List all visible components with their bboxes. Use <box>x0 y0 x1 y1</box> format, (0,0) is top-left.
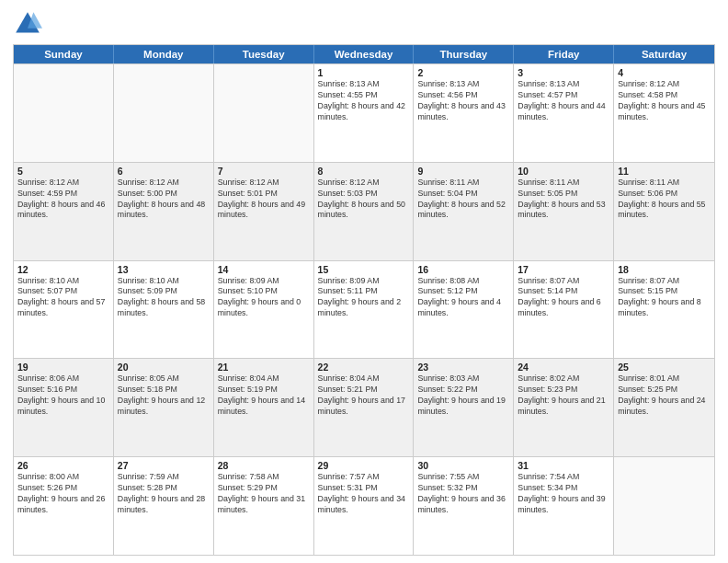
empty-cell <box>14 64 114 162</box>
calendar-day-cell: 23Sunrise: 8:03 AM Sunset: 5:22 PM Dayli… <box>414 359 514 456</box>
calendar-day-cell: 2Sunrise: 8:13 AM Sunset: 4:56 PM Daylig… <box>414 64 514 162</box>
day-info: Sunrise: 8:09 AM Sunset: 5:10 PM Dayligh… <box>218 276 310 320</box>
calendar-day-cell: 29Sunrise: 7:57 AM Sunset: 5:31 PM Dayli… <box>314 457 415 555</box>
day-number: 29 <box>318 460 410 471</box>
calendar-row: 5Sunrise: 8:12 AM Sunset: 4:59 PM Daylig… <box>14 162 714 260</box>
calendar-day-cell: 30Sunrise: 7:55 AM Sunset: 5:32 PM Dayli… <box>414 457 514 555</box>
day-number: 12 <box>17 264 109 275</box>
day-info: Sunrise: 8:06 AM Sunset: 5:16 PM Dayligh… <box>17 373 109 418</box>
weekday-header: Saturday <box>614 45 714 63</box>
day-info: Sunrise: 8:12 AM Sunset: 5:01 PM Dayligh… <box>218 178 310 222</box>
calendar-day-cell: 11Sunrise: 8:11 AM Sunset: 5:06 PM Dayli… <box>614 163 714 260</box>
calendar: SundayMondayTuesdayWednesdayThursdayFrid… <box>13 44 715 556</box>
day-info: Sunrise: 8:12 AM Sunset: 4:59 PM Dayligh… <box>17 178 109 222</box>
day-info: Sunrise: 8:11 AM Sunset: 5:06 PM Dayligh… <box>618 178 711 222</box>
calendar-day-cell: 9Sunrise: 8:11 AM Sunset: 5:04 PM Daylig… <box>414 163 514 260</box>
day-number: 25 <box>618 362 711 373</box>
logo-icon <box>13 9 42 39</box>
calendar-day-cell: 21Sunrise: 8:04 AM Sunset: 5:19 PM Dayli… <box>214 359 314 456</box>
calendar-day-cell: 12Sunrise: 8:10 AM Sunset: 5:07 PM Dayli… <box>14 261 114 359</box>
calendar-row: 19Sunrise: 8:06 AM Sunset: 5:16 PM Dayli… <box>14 358 714 456</box>
calendar-day-cell: 7Sunrise: 8:12 AM Sunset: 5:01 PM Daylig… <box>214 163 314 260</box>
day-info: Sunrise: 8:07 AM Sunset: 5:14 PM Dayligh… <box>518 276 609 320</box>
day-number: 4 <box>618 67 711 78</box>
day-info: Sunrise: 8:13 AM Sunset: 4:56 PM Dayligh… <box>417 79 509 123</box>
calendar-row: 1Sunrise: 8:13 AM Sunset: 4:55 PM Daylig… <box>14 63 714 162</box>
day-number: 20 <box>118 362 210 373</box>
day-number: 16 <box>417 264 509 275</box>
day-number: 10 <box>518 166 609 177</box>
day-number: 13 <box>118 264 210 275</box>
day-number: 26 <box>17 460 109 471</box>
day-info: Sunrise: 8:03 AM Sunset: 5:22 PM Dayligh… <box>417 373 509 418</box>
weekday-header: Sunday <box>14 45 114 63</box>
calendar-day-cell: 16Sunrise: 8:08 AM Sunset: 5:12 PM Dayli… <box>414 261 514 359</box>
day-number: 27 <box>118 460 210 471</box>
day-number: 28 <box>218 460 310 471</box>
empty-cell <box>614 457 714 555</box>
day-info: Sunrise: 8:05 AM Sunset: 5:18 PM Dayligh… <box>118 373 210 418</box>
calendar-day-cell: 18Sunrise: 8:07 AM Sunset: 5:15 PM Dayli… <box>614 261 714 359</box>
day-info: Sunrise: 7:55 AM Sunset: 5:32 PM Dayligh… <box>417 472 509 516</box>
day-info: Sunrise: 8:09 AM Sunset: 5:11 PM Dayligh… <box>318 276 410 320</box>
day-info: Sunrise: 8:02 AM Sunset: 5:23 PM Dayligh… <box>518 373 609 418</box>
day-info: Sunrise: 8:04 AM Sunset: 5:21 PM Dayligh… <box>318 373 410 418</box>
day-number: 18 <box>618 264 711 275</box>
day-info: Sunrise: 7:58 AM Sunset: 5:29 PM Dayligh… <box>218 472 310 516</box>
weekday-header: Monday <box>114 45 214 63</box>
calendar-day-cell: 27Sunrise: 7:59 AM Sunset: 5:28 PM Dayli… <box>114 457 214 555</box>
logo <box>13 9 46 39</box>
day-info: Sunrise: 7:57 AM Sunset: 5:31 PM Dayligh… <box>318 472 410 516</box>
calendar-day-cell: 6Sunrise: 8:12 AM Sunset: 5:00 PM Daylig… <box>114 163 214 260</box>
day-info: Sunrise: 8:04 AM Sunset: 5:19 PM Dayligh… <box>218 373 310 418</box>
header <box>13 9 715 39</box>
calendar-day-cell: 22Sunrise: 8:04 AM Sunset: 5:21 PM Dayli… <box>314 359 415 456</box>
day-number: 1 <box>318 67 410 78</box>
day-number: 17 <box>518 264 609 275</box>
calendar-body: 1Sunrise: 8:13 AM Sunset: 4:55 PM Daylig… <box>14 63 714 555</box>
calendar-row: 12Sunrise: 8:10 AM Sunset: 5:07 PM Dayli… <box>14 260 714 359</box>
day-number: 2 <box>417 67 509 78</box>
day-info: Sunrise: 8:12 AM Sunset: 4:58 PM Dayligh… <box>618 79 711 123</box>
calendar-day-cell: 28Sunrise: 7:58 AM Sunset: 5:29 PM Dayli… <box>214 457 314 555</box>
day-number: 23 <box>417 362 509 373</box>
calendar-day-cell: 31Sunrise: 7:54 AM Sunset: 5:34 PM Dayli… <box>514 457 614 555</box>
weekday-header: Friday <box>514 45 614 63</box>
day-number: 22 <box>318 362 410 373</box>
empty-cell <box>114 64 214 162</box>
calendar-day-cell: 14Sunrise: 8:09 AM Sunset: 5:10 PM Dayli… <box>214 261 314 359</box>
page: SundayMondayTuesdayWednesdayThursdayFrid… <box>0 0 728 563</box>
calendar-day-cell: 8Sunrise: 8:12 AM Sunset: 5:03 PM Daylig… <box>314 163 415 260</box>
day-number: 9 <box>417 166 509 177</box>
day-info: Sunrise: 8:01 AM Sunset: 5:25 PM Dayligh… <box>618 373 711 418</box>
day-info: Sunrise: 8:12 AM Sunset: 5:03 PM Dayligh… <box>318 178 410 222</box>
calendar-day-cell: 5Sunrise: 8:12 AM Sunset: 4:59 PM Daylig… <box>14 163 114 260</box>
calendar-day-cell: 3Sunrise: 8:13 AM Sunset: 4:57 PM Daylig… <box>514 64 614 162</box>
day-number: 14 <box>218 264 310 275</box>
calendar-day-cell: 1Sunrise: 8:13 AM Sunset: 4:55 PM Daylig… <box>314 64 415 162</box>
day-number: 8 <box>318 166 410 177</box>
weekday-header: Wednesday <box>314 45 415 63</box>
day-info: Sunrise: 8:10 AM Sunset: 5:09 PM Dayligh… <box>118 276 210 320</box>
day-number: 7 <box>218 166 310 177</box>
calendar-day-cell: 19Sunrise: 8:06 AM Sunset: 5:16 PM Dayli… <box>14 359 114 456</box>
day-number: 11 <box>618 166 711 177</box>
day-info: Sunrise: 8:13 AM Sunset: 4:55 PM Dayligh… <box>318 79 410 123</box>
weekday-header: Thursday <box>414 45 514 63</box>
day-info: Sunrise: 8:07 AM Sunset: 5:15 PM Dayligh… <box>618 276 711 320</box>
day-number: 24 <box>518 362 609 373</box>
day-info: Sunrise: 8:12 AM Sunset: 5:00 PM Dayligh… <box>118 178 210 222</box>
calendar-day-cell: 24Sunrise: 8:02 AM Sunset: 5:23 PM Dayli… <box>514 359 614 456</box>
day-number: 30 <box>417 460 509 471</box>
calendar-header: SundayMondayTuesdayWednesdayThursdayFrid… <box>14 45 714 63</box>
day-number: 15 <box>318 264 410 275</box>
empty-cell <box>214 64 314 162</box>
day-info: Sunrise: 8:10 AM Sunset: 5:07 PM Dayligh… <box>17 276 109 320</box>
day-number: 6 <box>118 166 210 177</box>
day-number: 3 <box>518 67 609 78</box>
day-number: 19 <box>17 362 109 373</box>
day-info: Sunrise: 8:11 AM Sunset: 5:04 PM Dayligh… <box>417 178 509 222</box>
day-number: 5 <box>17 166 109 177</box>
day-info: Sunrise: 7:54 AM Sunset: 5:34 PM Dayligh… <box>518 472 609 516</box>
day-number: 21 <box>218 362 310 373</box>
